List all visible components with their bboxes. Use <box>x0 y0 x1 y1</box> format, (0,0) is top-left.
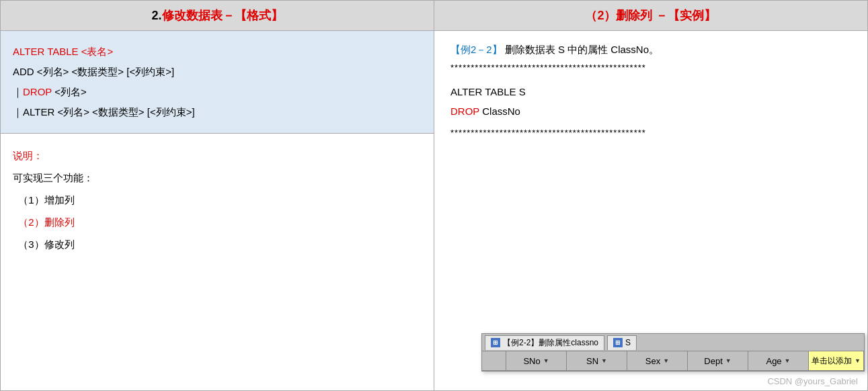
code-alter-line: ｜ALTER <列名> <数据类型> [<列约束>] <box>13 102 422 122</box>
right-title-text: （2）删除列 －【实例】 <box>585 9 716 22</box>
right-panel: 【例2－2】 删除数据表 S 中的属性 ClassNo。 ***********… <box>434 31 867 390</box>
code-alter-table: ALTER TABLE <表名> <box>13 42 422 62</box>
code-add-line: ADD <列名> <数据类型> [<列约束>] <box>13 62 422 82</box>
left-title-suffix: 】 <box>271 9 283 22</box>
left-top-code: ALTER TABLE <表名> ADD <列名> <数据类型> [<列约束>]… <box>1 31 434 134</box>
db-overlay: ⊞ 【例2-2】删除属性classno ⊞ S SNo ▼ <box>481 333 865 372</box>
stars-bottom: ****************************************… <box>450 125 851 142</box>
drop-classno: DROP ClassNo <box>450 102 851 122</box>
col-sno-label: SNo <box>523 356 540 366</box>
desc-item2-text: （2）删除列 <box>18 216 74 228</box>
db-col-sn[interactable]: SN ▼ <box>567 351 627 370</box>
col-sn-label: SN <box>586 356 598 366</box>
drop-keyword: DROP <box>450 105 479 117</box>
left-title-format: 格式 <box>247 9 271 22</box>
desc-item2: （2）删除列 <box>13 211 422 233</box>
code-drop-rest: <列名> <box>52 86 87 97</box>
db-tab1[interactable]: ⊞ 【例2-2】删除属性classno <box>485 335 604 350</box>
db-row-header <box>482 351 506 370</box>
db-col-sex[interactable]: Sex ▼ <box>627 351 688 370</box>
code-drop-keyword: DROP <box>23 86 52 97</box>
db-tab2[interactable]: ⊞ S <box>607 335 637 350</box>
header-left-title: 2.修改数据表－【格式】 <box>1 1 434 30</box>
code-pipe1: ｜ <box>13 86 23 97</box>
col-sex-label: Sex <box>645 356 660 366</box>
add-arrow: ▼ <box>855 357 861 364</box>
col-age-label: Age <box>766 356 781 366</box>
desc-intro: 可实现三个功能： <box>13 167 422 189</box>
age-arrow: ▼ <box>785 357 791 364</box>
sex-arrow: ▼ <box>663 357 669 364</box>
db-col-dept[interactable]: Dept ▼ <box>688 351 748 370</box>
db-col-sno[interactable]: SNo ▼ <box>506 351 567 370</box>
db-tab1-label: 【例2-2】删除属性classno <box>503 337 598 349</box>
desc-title-text: 说明： <box>13 150 43 161</box>
db-col-age[interactable]: Age ▼ <box>748 351 809 370</box>
desc-item1: （1）增加列 <box>13 189 422 211</box>
left-bottom-desc: 说明： 可实现三个功能： （1）增加列 （2）删除列 （3）修改列 <box>1 134 434 390</box>
sno-arrow: ▼ <box>543 357 549 364</box>
content-row: ALTER TABLE <表名> ADD <列名> <数据类型> [<列约束>]… <box>1 31 867 390</box>
dept-arrow: ▼ <box>725 357 732 364</box>
code-block: ALTER TABLE S DROP ClassNo <box>450 83 851 121</box>
example-line: 【例2－2】 删除数据表 S 中的属性 ClassNo。 <box>450 40 851 60</box>
alter-table-s: ALTER TABLE S <box>450 83 851 102</box>
code-pipe2: ｜ <box>13 106 23 118</box>
db-tabs: ⊞ 【例2-2】删除属性classno ⊞ S <box>482 334 864 351</box>
db-column-headers: SNo ▼ SN ▼ Sex ▼ Dept ▼ <box>482 351 864 371</box>
left-title-red-char: 修改数据表－【 <box>162 9 247 22</box>
col-add-label: 单击以添加 <box>812 355 852 367</box>
classno-value: ClassNo <box>482 105 520 117</box>
stars-top: ****************************************… <box>450 60 851 77</box>
left-panel: ALTER TABLE <表名> ADD <列名> <数据类型> [<列约束>]… <box>1 31 434 390</box>
db-header-row: SNo ▼ SN ▼ Sex ▼ Dept ▼ <box>482 351 864 370</box>
example-text: 删除数据表 S 中的属性 ClassNo。 <box>505 44 659 55</box>
header-right-title: （2）删除列 －【实例】 <box>434 1 867 30</box>
header-row: 2.修改数据表－【格式】 （2）删除列 －【实例】 <box>1 1 867 31</box>
example-label: 【例2－2】 <box>450 44 502 55</box>
db-col-add[interactable]: 单击以添加 ▼ <box>809 351 864 370</box>
db-tab2-icon: ⊞ <box>613 338 623 347</box>
desc-title: 说明： <box>13 144 422 167</box>
sn-arrow: ▼ <box>601 357 607 364</box>
code-drop-line: ｜DROP <列名> <box>13 82 422 102</box>
code-alter-rest: ALTER <列名> <数据类型> [<列约束>] <box>23 106 195 118</box>
col-dept-label: Dept <box>704 356 722 366</box>
left-title-prefix: 2. <box>151 9 161 22</box>
db-tab2-label: S <box>625 338 631 347</box>
db-tab1-icon: ⊞ <box>491 338 500 347</box>
main-container: 2.修改数据表－【格式】 （2）删除列 －【实例】 ALTER TABLE <表… <box>0 0 868 391</box>
desc-item3: （3）修改列 <box>13 233 422 255</box>
watermark: CSDN @yours_Gabriel <box>767 376 858 386</box>
